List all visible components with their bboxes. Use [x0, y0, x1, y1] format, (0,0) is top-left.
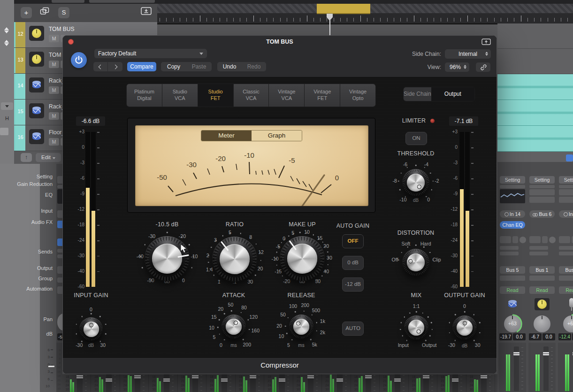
channel-automation-button[interactable]: Read [559, 286, 573, 294]
mixer-fader-strip[interactable]: 18212430 [207, 374, 236, 392]
ratio-knob[interactable] [212, 237, 257, 282]
auto-gain-option[interactable]: 0 dB [342, 256, 364, 270]
makeup-knob[interactable] [280, 236, 325, 281]
channel-output-button[interactable] [57, 266, 62, 274]
distortion-knob[interactable] [402, 249, 429, 276]
redo-button[interactable]: Redo [242, 62, 266, 71]
paste-button[interactable]: Paste [186, 62, 212, 71]
preset-dropdown[interactable]: Factory Default [94, 49, 207, 58]
next-preset-button[interactable] [108, 62, 122, 71]
link-button[interactable] [476, 62, 490, 72]
channel-fx-slot[interactable]: Chan EQ [500, 221, 525, 229]
channel-output-button[interactable]: Bus 5 [559, 266, 573, 274]
auto-gain-option[interactable]: OFF [342, 234, 364, 248]
mixer-fader-strip[interactable]: 18212430 [178, 374, 206, 392]
graph-tab[interactable]: Graph [252, 131, 302, 141]
mute-button[interactable]: M [49, 138, 59, 146]
track-number-cell[interactable]: 13 [15, 48, 25, 73]
track-name[interactable]: TOM BUS [49, 26, 74, 32]
input-gain-knob[interactable] [79, 317, 103, 341]
duplicate-track-button[interactable] [38, 7, 51, 18]
circuit-type-tab[interactable]: StudioVCA [162, 84, 198, 107]
undo-button[interactable]: Undo [217, 62, 242, 71]
mixer-fader-strip[interactable]: 18212430 [322, 374, 351, 392]
channel-input-button[interactable]: In 14 [500, 210, 525, 218]
circuit-type-tab[interactable]: PlatinumDigital [127, 84, 162, 107]
mixer-fader-strip[interactable]: 18212430 [293, 374, 322, 392]
channel-pan-knob[interactable]: +63 [502, 314, 523, 334]
circuit-type-tab[interactable]: ClassicVCA [234, 84, 269, 107]
channel-automation-button[interactable]: Read [500, 286, 525, 294]
mute-button[interactable]: M [49, 112, 59, 120]
stereo-out-button-partial[interactable] [566, 154, 573, 161]
channel-input-button[interactable] [57, 210, 62, 218]
back-arrow-button[interactable]: ↑ [21, 153, 32, 162]
channel-setting-button[interactable] [57, 176, 62, 184]
channel-sends[interactable] [559, 236, 573, 244]
beat-ruler[interactable] [157, 13, 573, 24]
meter-tab[interactable]: Meter [201, 131, 252, 141]
channel-sends[interactable] [500, 236, 525, 244]
channel-fader[interactable] [528, 343, 556, 392]
mute-button[interactable]: M [49, 86, 59, 94]
track-number-cell[interactable]: 14 [15, 74, 25, 99]
mixer-fader-strip[interactable]: 18212430 [351, 374, 380, 392]
track-name[interactable]: TOM [49, 52, 61, 58]
solo-button[interactable]: S [58, 7, 69, 18]
channel-sends[interactable] [529, 236, 555, 244]
mixer-fader-strip[interactable]: 18212430 [120, 374, 149, 392]
circuit-type-tab[interactable]: StudioFET [198, 84, 234, 107]
rail-swatch[interactable] [0, 128, 8, 135]
channel-input-button[interactable]: In 16 [559, 210, 573, 218]
auto-gain-option[interactable]: -12 dB [342, 277, 364, 292]
library-panel-button[interactable] [140, 7, 152, 18]
bar-ruler[interactable] [157, 4, 573, 13]
channel-volume-value[interactable]: -19.7 [499, 333, 512, 340]
mixer-fader-strip[interactable]: 18212430 [380, 374, 409, 392]
mix-knob[interactable] [404, 315, 428, 340]
audio-region[interactable] [497, 100, 573, 126]
channel-setting-button[interactable]: Setting [500, 176, 525, 184]
view-mode-tab[interactable]: Side Chain [404, 87, 431, 101]
circuit-type-tab[interactable]: VintageFET [305, 84, 340, 107]
channel-pan-knob[interactable] [532, 314, 552, 334]
circuit-type-tab[interactable]: VintageOpto [340, 84, 375, 107]
side-chain-select[interactable]: Internal [445, 49, 491, 59]
copy-button[interactable]: Copy [161, 62, 186, 71]
mixer-fader-strip[interactable]: 18212430 [265, 374, 293, 392]
release-knob[interactable] [289, 315, 313, 339]
mixer-fader-strip[interactable]: 18212430 [466, 374, 495, 392]
mixer-fader-strip[interactable]: 18212430 [92, 374, 120, 392]
channel-fx-slot[interactable] [57, 221, 62, 228]
channel-setting-button[interactable]: Setting [529, 176, 555, 184]
threshold-knob[interactable] [145, 236, 190, 281]
window-mode-button[interactable] [481, 38, 491, 45]
channel-output-button[interactable]: Bus 1 [529, 266, 555, 274]
channel-pan-knob[interactable]: +63 [561, 314, 573, 334]
mixer-fader-strip[interactable]: 18212430 [438, 374, 466, 392]
track-number-cell[interactable]: 12 [15, 22, 25, 47]
prev-preset-button[interactable] [93, 62, 108, 71]
channel-fx-slot[interactable] [57, 238, 62, 246]
track-number-cell[interactable]: 16 [15, 125, 25, 151]
view-mode-tab[interactable]: Output [431, 87, 474, 101]
mixer-fader-strip[interactable]: 18212430 [236, 374, 264, 392]
view-zoom-select[interactable]: 96% [445, 62, 469, 72]
fader-cap[interactable] [513, 352, 520, 355]
channel-volume-value[interactable]: -12.4 [558, 333, 571, 340]
channel-setting-button[interactable]: Setting [559, 176, 573, 184]
channel-automation-button[interactable] [57, 286, 62, 294]
channel-volume-value[interactable]: -5 [57, 333, 62, 340]
channel-input-button[interactable]: Bus 6 [529, 210, 555, 218]
auto-release-button[interactable]: AUTO [342, 322, 364, 336]
circuit-type-tab[interactable]: VintageVCA [269, 84, 305, 107]
mixer-fader-strip[interactable]: 18212430 [62, 374, 91, 392]
cycle-region[interactable] [317, 4, 370, 14]
channel-eq-thumbnail[interactable] [500, 189, 525, 203]
limiter-threshold-knob[interactable] [402, 169, 429, 196]
channel-eq-thumbnail[interactable] [57, 189, 62, 204]
channel-fader[interactable] [558, 343, 573, 392]
channel-output-button[interactable]: Bus 5 [500, 266, 525, 274]
bypass-power-button[interactable] [71, 52, 87, 68]
zoom-updown-icon[interactable] [3, 27, 10, 35]
